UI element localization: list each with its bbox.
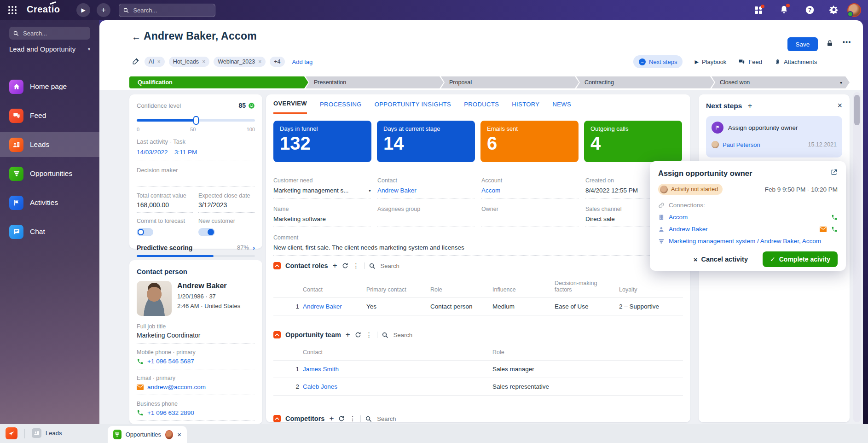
search-icon[interactable] [369,263,375,269]
sidebar-item-opportunities[interactable]: Opportunities [0,161,99,186]
refresh-icon[interactable] [342,262,348,269]
confidence-slider[interactable] [137,116,255,125]
kebab-menu-icon[interactable]: ⋮ [353,262,359,269]
sidebar-item-feed[interactable]: Feed [0,103,99,128]
competitors-search-input[interactable] [376,415,419,423]
account-field[interactable]: Account Accom [481,177,579,198]
taskbar-tab-opportunities[interactable]: Opportunities × [108,426,187,443]
collapse-icon[interactable] [273,415,281,422]
stage-qualification[interactable]: Qualification [129,76,308,88]
total-contract-value-field[interactable]: Total contract value 168,000.00 [137,192,193,213]
account-link[interactable]: Accom [481,187,500,194]
opportunity-link[interactable]: Marketing management system / Andrew Bak… [669,238,821,245]
name-field[interactable]: Name Marketing software [273,206,371,227]
chevron-down-icon[interactable]: ▾ [840,80,842,85]
add-step-icon[interactable]: + [747,101,752,111]
job-title-value[interactable]: Marketing Coordinator [137,332,255,344]
refresh-icon[interactable] [338,415,345,422]
chevron-right-icon[interactable]: › [253,244,255,251]
envelope-icon[interactable] [820,227,827,232]
cancel-activity-button[interactable]: × Cancel activity [691,255,751,264]
contact-link[interactable]: Andrew Baker [303,303,342,310]
phone-icon[interactable] [831,214,838,221]
opportunity-team-search-input[interactable] [393,331,436,339]
taskbar-tab-leads[interactable]: Leads [32,428,62,438]
search-icon[interactable] [365,416,371,422]
kebab-menu-icon[interactable]: ⋮ [366,331,372,338]
workspace-selector[interactable]: Lead and Opportunity ▾ [9,45,90,53]
tag-pencil-icon[interactable] [133,58,139,66]
contact-photo[interactable] [137,281,172,316]
open-record-icon[interactable] [830,169,838,178]
phone-icon[interactable] [831,226,838,233]
kebab-menu-icon[interactable]: ⋮ [349,415,356,422]
account-link[interactable]: Accom [669,214,688,221]
complete-activity-button[interactable]: ✓ Complete acivity [763,251,838,267]
save-button[interactable]: Save [787,37,818,51]
remove-tag-icon[interactable]: × [157,58,161,65]
decision-maker-field[interactable]: Decision maker [137,167,255,187]
tab-overview[interactable]: OVERVIEW [273,94,307,114]
more-menu-icon[interactable]: ⋯ [842,37,851,47]
sidebar-item-chat[interactable]: Chat [0,219,99,244]
mobile-phone-link[interactable]: +1 096 546 5687 [147,358,194,365]
last-activity-date-link[interactable]: 14/03/2022 [137,149,168,156]
refresh-icon[interactable] [355,332,361,338]
sidebar-item-home-page[interactable]: Home page [0,74,99,99]
customer-need-field[interactable]: Customer need Marketing management s... … [273,177,371,198]
sidebar-item-leads[interactable]: Leads [0,132,99,157]
contact-roles-search-input[interactable] [380,262,423,270]
tab-opportunity-insights[interactable]: OPPORTUNITY INSIGHTS [375,94,451,114]
creatio-taskbar-icon[interactable] [6,427,17,439]
expected-close-date-field[interactable]: Expected close date 3/12/2023 [198,192,255,213]
collapse-icon[interactable] [273,262,281,269]
contact-link[interactable]: Andrew Baker [669,226,708,233]
next-step-card[interactable]: Assign opportunity owner Paul Peterson 1… [706,116,842,157]
apps-icon[interactable] [754,6,763,14]
playbook-button[interactable]: ▶ Playbook [694,58,726,65]
feed-button[interactable]: Feed [738,58,762,65]
sidebar-item-activities[interactable]: Activities [0,190,99,215]
tag-chip[interactable]: AI× [145,57,165,67]
user-avatar[interactable] [847,3,861,17]
contact-field[interactable]: Contact Andrew Baker [377,177,475,198]
add-icon[interactable]: + [346,330,350,339]
close-tab-icon[interactable]: × [177,431,181,438]
slider-thumb[interactable] [193,116,199,125]
stage-closed-won[interactable]: Closed won ▾ [712,76,850,88]
attachments-button[interactable]: Attachments [774,58,817,65]
back-arrow-icon[interactable]: ← [132,32,141,42]
new-customer-toggle[interactable] [198,228,215,236]
tab-products[interactable]: PRODUCTS [464,94,499,114]
remove-tag-icon[interactable]: × [258,58,261,65]
contact-name[interactable]: Andrew Baker [177,282,240,290]
tag-chip[interactable]: Hot_leads× [169,57,209,67]
settings-gear-icon[interactable] [829,5,839,14]
close-icon[interactable]: × [837,101,842,111]
next-steps-button[interactable]: → Next steps [633,55,683,68]
tab-processing[interactable]: PROCESSING [320,94,362,114]
contact-link[interactable]: Caleb Jones [303,383,337,390]
business-phone-link[interactable]: +1 096 632 2890 [147,409,194,416]
add-tag-link[interactable]: Add tag [292,58,313,65]
tab-news[interactable]: NEWS [552,94,571,114]
global-search-input[interactable] [132,6,211,14]
commit-to-forecast-toggle[interactable] [137,228,153,236]
stage-contracting[interactable]: Contracting [576,76,714,88]
app-launcher-icon[interactable] [8,6,10,8]
tab-history[interactable]: HISTORY [512,94,539,114]
tag-chip[interactable]: Webinar_2023× [214,57,266,67]
sidebar-search[interactable] [9,27,90,40]
stage-proposal[interactable]: Proposal [441,76,579,88]
last-activity-time-link[interactable]: 3:11 PM [174,149,197,156]
notifications-bell-icon[interactable] [780,5,788,14]
owner-link[interactable]: Paul Peterson [723,141,760,148]
add-icon[interactable]: + [333,261,337,270]
more-tags-chip[interactable]: +4 [270,57,284,67]
contact-link[interactable]: James Smith [303,366,339,373]
comment-field[interactable]: Comment New client, first sale. The clie… [273,234,683,256]
add-icon[interactable]: + [329,414,334,423]
table-row[interactable]: 1 James Smith Sales manager [273,361,683,378]
scrollbar-track[interactable] [853,92,861,422]
scrollbar-thumb[interactable] [854,95,860,125]
